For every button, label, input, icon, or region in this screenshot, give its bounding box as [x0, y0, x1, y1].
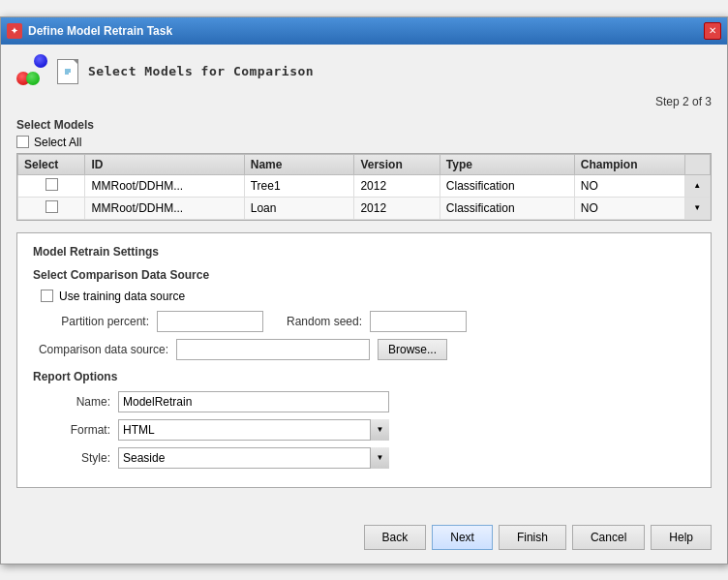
- report-format-label: Format:: [33, 423, 110, 437]
- report-name-row: Name:: [33, 391, 695, 412]
- col-name: Name: [244, 154, 354, 174]
- partition-label: Partition percent:: [33, 315, 149, 328]
- models-table: Select ID Name Version Type Champion: [17, 154, 711, 220]
- report-style-row: Style: Seaside Corporate Plain ▼: [33, 447, 695, 469]
- format-dropdown-wrapper: HTML PDF Word ▼: [118, 419, 389, 441]
- cell-version-1: 2012: [354, 174, 440, 197]
- col-select: Select: [18, 154, 85, 174]
- report-options-section: Report Options Name: Format: HTML PDF Wo…: [33, 370, 695, 469]
- partition-input[interactable]: [157, 311, 263, 332]
- comparison-source-label: Comparison data source:: [33, 343, 168, 356]
- style-dropdown-wrapper: Seaside Corporate Plain ▼: [118, 447, 389, 469]
- cell-version-2: 2012: [354, 197, 440, 219]
- step-info: Step 2 of 3: [16, 95, 712, 108]
- format-dropdown[interactable]: HTML PDF Word: [118, 419, 389, 441]
- scroll-down[interactable]: ▼: [684, 197, 710, 219]
- row1-checkbox[interactable]: [46, 178, 58, 191]
- cell-type-2: Classification: [440, 197, 574, 219]
- partition-row: Partition percent: Random seed:: [33, 311, 695, 332]
- select-all-checkbox[interactable]: [16, 136, 29, 148]
- dialog-content: Select Models for Comparison Step 2 of 3…: [1, 45, 727, 515]
- cell-id-2: MMRoot/DDHM...: [85, 197, 244, 219]
- comparison-data-title: Select Comparison Data Source: [33, 268, 695, 282]
- green-circle-icon: [26, 72, 40, 85]
- comparison-source-input[interactable]: [176, 339, 370, 360]
- use-training-row: Use training data source: [33, 290, 695, 303]
- back-button[interactable]: Back: [364, 525, 427, 550]
- cell-select-2: [18, 197, 85, 219]
- settings-box: Model Retrain Settings Select Comparison…: [16, 232, 712, 488]
- col-id: ID: [85, 154, 244, 174]
- style-dropdown[interactable]: Seaside Corporate Plain: [118, 447, 389, 469]
- cancel-button[interactable]: Cancel: [572, 525, 645, 550]
- cell-type-1: Classification: [440, 174, 574, 197]
- dialog-footer: Back Next Finish Cancel Help: [1, 515, 727, 564]
- use-training-checkbox[interactable]: [41, 290, 53, 302]
- header-title: Select Models for Comparison: [88, 64, 314, 78]
- col-type: Type: [440, 154, 574, 174]
- next-button[interactable]: Next: [432, 525, 493, 550]
- table-row: MMRoot/DDHM... Tree1 2012 Classification…: [18, 174, 711, 197]
- col-champion: Champion: [574, 154, 684, 174]
- finish-button[interactable]: Finish: [499, 525, 566, 550]
- select-all-row: Select All: [16, 136, 712, 149]
- select-models-label: Select Models: [16, 118, 712, 132]
- report-format-row: Format: HTML PDF Word ▼: [33, 419, 695, 441]
- settings-title: Model Retrain Settings: [33, 245, 695, 259]
- cell-id-1: MMRoot/DDHM...: [85, 174, 244, 197]
- select-all-label: Select All: [34, 136, 81, 149]
- header-icons: [16, 58, 47, 85]
- table-header-row: Select ID Name Version Type Champion: [18, 154, 711, 174]
- table-row: MMRoot/DDHM... Loan 2012 Classification …: [18, 197, 711, 219]
- report-name-input[interactable]: [118, 391, 389, 412]
- row2-checkbox[interactable]: [46, 200, 58, 213]
- window-title: Define Model Retrain Task: [28, 24, 172, 38]
- dialog-window: ✦ Define Model Retrain Task ✕ Select Mod…: [0, 16, 728, 565]
- col-version: Version: [354, 154, 440, 174]
- scroll-up[interactable]: ▲: [684, 174, 710, 197]
- random-seed-label: Random seed:: [287, 315, 362, 328]
- blue-circle-icon: [34, 54, 47, 68]
- col-scroll: [684, 154, 710, 174]
- report-name-label: Name:: [33, 395, 110, 409]
- title-bar-left: ✦ Define Model Retrain Task: [7, 23, 172, 39]
- random-seed-input[interactable]: [370, 311, 467, 332]
- cell-champion-2: NO: [574, 197, 684, 219]
- close-button[interactable]: ✕: [704, 22, 721, 40]
- report-style-label: Style:: [33, 451, 110, 465]
- use-training-label: Use training data source: [59, 290, 185, 303]
- document-icon: [57, 59, 78, 84]
- header-section: Select Models for Comparison: [16, 58, 712, 85]
- models-table-wrapper: Select ID Name Version Type Champion: [16, 153, 712, 221]
- cell-name-2: Loan: [244, 197, 354, 219]
- cell-name-1: Tree1: [244, 174, 354, 197]
- cell-champion-1: NO: [574, 174, 684, 197]
- browse-button[interactable]: Browse...: [378, 339, 447, 360]
- cell-select-1: [18, 174, 85, 197]
- title-bar: ✦ Define Model Retrain Task ✕: [1, 17, 727, 45]
- report-options-title: Report Options: [33, 370, 695, 383]
- window-icon: ✦: [7, 23, 22, 39]
- comparison-source-row: Comparison data source: Browse...: [33, 339, 695, 360]
- help-button[interactable]: Help: [651, 525, 712, 550]
